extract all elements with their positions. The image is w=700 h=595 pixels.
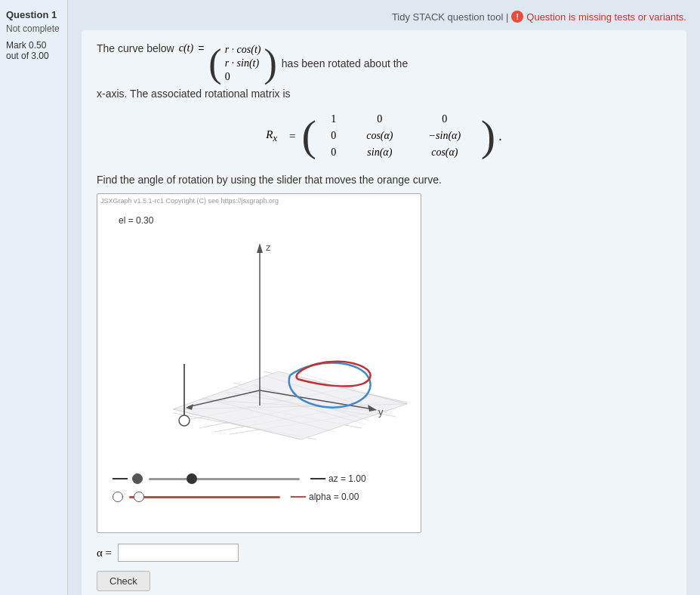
axis-description: x-axis. The associated rotational matrix… <box>97 88 671 100</box>
az-value-label: az = 1.00 <box>310 473 366 484</box>
check-button[interactable]: Check <box>97 571 150 591</box>
alpha-input-row: α = <box>97 544 671 562</box>
rotated-text: has been rotated about the <box>282 57 408 69</box>
alpha-input[interactable] <box>118 544 239 562</box>
alpha-equals-label: α = <box>97 547 112 560</box>
tidy-stack-text: Tidy STACK question tool | <box>392 11 508 23</box>
rm-r2c1: 0 <box>322 130 345 142</box>
vec-r1: r · cos(t) <box>225 44 261 56</box>
warning-icon: ! <box>511 11 523 23</box>
rm-r3c3: cos(α) <box>415 146 475 159</box>
axis-text: x-axis. The associated rotational matrix… <box>97 88 291 100</box>
rotation-matrix-equation: Rx = ( 1 0 0 0 cos(α) −sin(α) 0 sin(α) c… <box>97 110 671 162</box>
question-mark: Mark 0.50 out of 3.00 <box>6 40 61 61</box>
svg-text:y: y <box>378 406 384 418</box>
top-bar: Tidy STACK question tool | ! Question is… <box>82 11 686 23</box>
rm-label: Rx <box>266 128 277 144</box>
alpha-slider-handle[interactable] <box>113 492 123 502</box>
svg-point-28 <box>179 415 190 426</box>
rm-r2c2: cos(α) <box>350 130 410 142</box>
rm-equals: = <box>289 130 295 143</box>
column-vector: ( r · cos(t) r · sin(t) 0 ) <box>208 42 276 85</box>
question-status: Not complete <box>6 23 61 34</box>
az-slider-row[interactable]: az = 1.00 <box>113 473 399 484</box>
curve-description: The curve below c(t) = ( r · cos(t) r · … <box>97 42 671 85</box>
az-slider-line <box>113 478 128 479</box>
intro-text: The curve below <box>97 42 174 54</box>
vec-r3: 0 <box>225 71 230 83</box>
jsxgraph-copyright: JSXGraph v1.5.1-rc1 Copyright (C) see ht… <box>100 197 279 205</box>
main-content: Tidy STACK question tool | ! Question is… <box>68 0 700 595</box>
alpha-track[interactable] <box>129 496 280 498</box>
find-angle-text: Find the angle of rotation by using the … <box>97 174 671 186</box>
rm-r1c1: 1 <box>322 113 345 125</box>
az-track[interactable] <box>149 478 300 480</box>
rm-period: . <box>498 128 502 144</box>
az-slider-handle[interactable] <box>132 473 143 484</box>
question-label: Question 1 <box>6 9 61 20</box>
svg-text:z: z <box>266 242 271 253</box>
svg-marker-8 <box>173 371 407 439</box>
jsxgraph-container[interactable]: JSXGraph v1.5.1-rc1 Copyright (C) see ht… <box>97 193 421 533</box>
sliders-area: az = 1.00 alpha = 0.00 <box>113 473 399 510</box>
warning-message: Question is missing tests or variants. <box>526 11 686 23</box>
rm-r2c3: −sin(α) <box>415 130 475 142</box>
rm-r1c2: 0 <box>350 113 410 125</box>
equals-sign: = <box>198 42 204 54</box>
question-content: The curve below c(t) = ( r · cos(t) r · … <box>82 30 686 595</box>
rm-r1c3: 0 <box>415 113 475 125</box>
sidebar: Question 1 Not complete Mark 0.50 out of… <box>0 0 68 595</box>
rotation-matrix: ( 1 0 0 0 cos(α) −sin(α) 0 sin(α) cos(α)… <box>302 110 496 162</box>
c-t-label: c(t) <box>179 42 193 54</box>
alpha-slider-row[interactable]: alpha = 0.00 <box>113 492 399 502</box>
rm-r3c2: sin(α) <box>350 146 410 159</box>
az-thumb[interactable] <box>187 473 197 484</box>
svg-marker-19 <box>257 243 263 253</box>
3d-scene: z y <box>113 217 407 458</box>
vec-r2: r · sin(t) <box>225 57 260 69</box>
alpha-value-label: alpha = 0.00 <box>291 492 359 502</box>
rm-r3c1: 0 <box>322 146 345 159</box>
alpha-thumb[interactable] <box>134 492 144 502</box>
